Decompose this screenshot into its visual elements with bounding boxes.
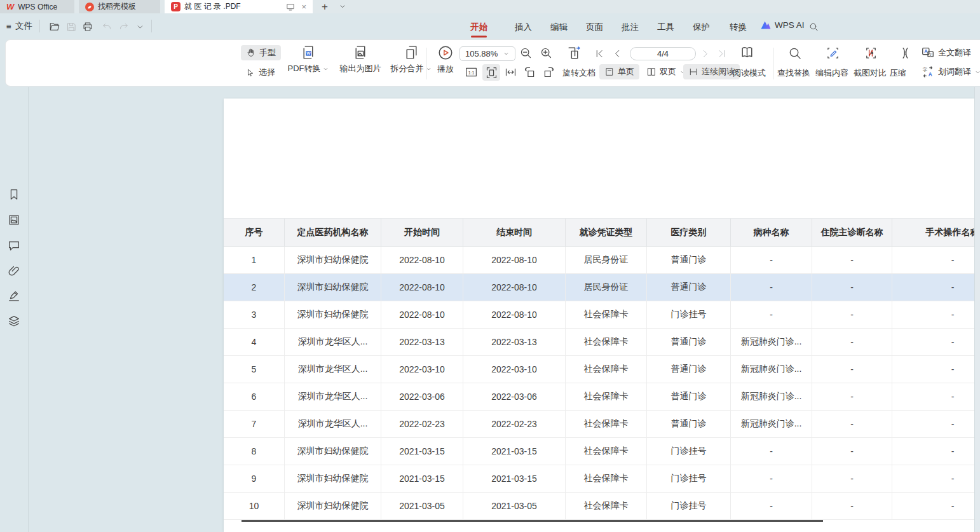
table-cell: 深圳市妇幼保健院	[285, 438, 381, 465]
table-row[interactable]: 5深圳市龙华区人...2022-03-102022-03-10社会保障卡普通门诊…	[224, 356, 974, 383]
wps-ai-button[interactable]: WPS AI	[760, 20, 805, 30]
screenshot-compare-button[interactable]	[864, 46, 878, 60]
table-cell: 社会保障卡	[566, 493, 647, 520]
layers-icon[interactable]	[7, 314, 21, 328]
file-menu-button[interactable]: ≡ 文件	[6, 20, 32, 32]
monitor-icon[interactable]	[286, 3, 295, 11]
menu-item-convert[interactable]: 转换	[730, 22, 747, 33]
zoom-in-button[interactable]	[540, 46, 553, 60]
table-row[interactable]: 6深圳市龙华区人...2022-03-062022-03-06社会保障卡普通门诊…	[224, 383, 974, 411]
find-replace-button[interactable]	[787, 46, 802, 60]
split-merge-button[interactable]: 拆分合并	[386, 44, 437, 74]
new-tab-button[interactable]: +	[322, 0, 328, 13]
table-cell: -	[892, 383, 974, 411]
find-replace-label[interactable]: 查找替换	[777, 67, 810, 79]
table-row[interactable]: 4深圳市龙华区人...2022-03-132022-03-13社会保障卡普通门诊…	[224, 329, 974, 356]
tab-list-chevron-icon[interactable]	[338, 2, 347, 11]
continuous-read-button[interactable]: 连续阅读	[683, 64, 740, 79]
screenshot-compare-label[interactable]: 截图对比	[854, 67, 887, 79]
undo-button[interactable]	[100, 21, 113, 32]
table-cell: 7	[224, 411, 285, 438]
rotate-pages-button[interactable]	[566, 45, 582, 61]
table-cell: 新冠肺炎门诊...	[731, 383, 812, 411]
read-mode-label[interactable]: 阅读模式	[733, 67, 766, 79]
comment-icon[interactable]	[7, 238, 21, 252]
last-page-button[interactable]	[716, 48, 727, 59]
select-tool-button[interactable]: 选择	[241, 65, 280, 80]
compress-label[interactable]: 压缩	[890, 67, 906, 79]
menu-item-edit[interactable]: 编辑	[550, 22, 568, 33]
page-number-input[interactable]: 4/4	[630, 47, 696, 60]
menu-item-tools[interactable]: 工具	[657, 22, 674, 33]
menu-search-icon[interactable]	[807, 21, 820, 32]
save-button[interactable]	[65, 21, 78, 32]
svg-text:A: A	[929, 72, 932, 78]
menu-item-comment[interactable]: 批注	[622, 22, 639, 33]
bookmark-icon[interactable]	[7, 188, 21, 201]
table-cell: 2022-03-10	[463, 356, 566, 383]
first-page-button[interactable]	[594, 48, 605, 59]
compress-button[interactable]	[898, 46, 913, 60]
hand-tool-button[interactable]: 手型	[241, 45, 281, 60]
next-page-button[interactable]	[700, 48, 711, 59]
menu-item-page[interactable]: 页面	[586, 22, 603, 33]
table-cell: 深圳市龙华区人...	[285, 383, 381, 411]
table-cell: -	[812, 274, 892, 301]
zoom-level-select[interactable]: 105.88%	[459, 46, 515, 61]
tab-document[interactable]: P 就 医 记 录 .PDF ×	[165, 0, 313, 13]
word-translate-button[interactable]: 字A 划词翻译	[921, 65, 980, 79]
wps-ai-label: WPS AI	[775, 20, 805, 30]
play-button[interactable]: 播放	[430, 44, 461, 75]
rotate-left-button[interactable]	[523, 65, 536, 79]
table-row[interactable]: 2深圳市妇幼保健院2022-08-102022-08-10居民身份证普通门诊--…	[224, 274, 974, 301]
table-row[interactable]: 7深圳市龙华区人...2022-02-232022-02-23社会保障卡普通门诊…	[224, 411, 974, 438]
table-cell: 新冠肺炎门诊...	[731, 329, 812, 356]
rotate-right-button[interactable]	[542, 65, 555, 79]
zoom-out-button[interactable]	[519, 46, 533, 60]
fit-page-button[interactable]	[482, 64, 500, 81]
read-mode-icon[interactable]	[739, 44, 755, 60]
export-image-button[interactable]: 输出为图片	[332, 44, 388, 74]
table-cell: 3	[224, 301, 285, 329]
previous-page-button[interactable]	[612, 48, 623, 59]
actual-size-button[interactable]: 1:1	[465, 65, 478, 79]
table-row[interactable]: 1深圳市妇幼保健院2022-08-102022-08-10居民身份证普通门诊--…	[224, 247, 974, 274]
table-cell: 社会保障卡	[566, 301, 647, 329]
table-header-row: 序号定点医药机构名称开始时间结束时间就诊凭证类型医疗类别病种名称住院主诊断名称手…	[224, 218, 974, 247]
full-translate-button[interactable]: A文 全文翻译	[921, 46, 971, 60]
edit-content-label[interactable]: 编辑内容	[815, 67, 848, 79]
table-cell: 深圳市妇幼保健院	[285, 274, 381, 301]
redo-button[interactable]	[117, 21, 130, 32]
table-cell: -	[892, 247, 974, 274]
pdf-page[interactable]: 序号定点医药机构名称开始时间结束时间就诊凭证类型医疗类别病种名称住院主诊断名称手…	[224, 99, 974, 532]
table-cell: 社会保障卡	[566, 383, 647, 411]
more-actions-chevron-icon[interactable]	[133, 21, 146, 32]
close-tab-icon[interactable]: ×	[301, 2, 306, 11]
print-button[interactable]	[81, 21, 94, 32]
menu-item-home[interactable]: 开始	[470, 22, 487, 33]
table-row[interactable]: 10深圳市妇幼保健院2021-03-052021-03-05社会保障卡门诊挂号-…	[224, 493, 974, 520]
single-page-button[interactable]: 单页	[599, 64, 639, 79]
table-cell: 6	[224, 383, 285, 411]
edit-content-button[interactable]	[826, 46, 840, 60]
table-row[interactable]: 9深圳市妇幼保健院2021-03-152021-03-15社会保障卡门诊挂号--…	[224, 465, 974, 493]
attachment-icon[interactable]	[7, 264, 21, 278]
tab-wps-office[interactable]: W WPS Office	[0, 0, 74, 13]
menu-item-protect[interactable]: 保护	[693, 22, 710, 33]
open-file-button[interactable]	[48, 21, 61, 32]
thumbnail-image-icon[interactable]	[7, 213, 21, 227]
table-cell: -	[892, 356, 974, 383]
table-row[interactable]: 3深圳市妇幼保健院2022-08-102022-08-10社会保障卡门诊挂号--…	[224, 301, 974, 329]
table-cell: 居民身份证	[566, 247, 647, 274]
annotate-pen-icon[interactable]	[7, 289, 21, 303]
pdf-convert-button[interactable]: W PDF转换	[283, 44, 334, 74]
chevron-down-icon	[974, 69, 980, 76]
rotate-doc-label[interactable]: 旋转文档	[562, 67, 595, 79]
table-cell: 社会保障卡	[566, 356, 647, 383]
fit-width-button[interactable]	[504, 65, 517, 79]
table-header-cell: 定点医药机构名称	[285, 219, 381, 247]
tab-docer-templates[interactable]: 找稻壳模板	[79, 0, 160, 13]
menu-item-insert[interactable]: 插入	[515, 22, 532, 33]
vertical-scrollbar[interactable]	[974, 87, 980, 532]
table-row[interactable]: 8深圳市妇幼保健院2021-03-152021-03-15社会保障卡门诊挂号--…	[224, 438, 974, 465]
